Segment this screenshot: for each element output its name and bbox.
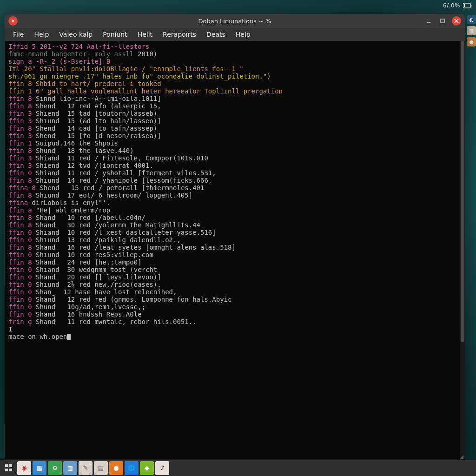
terminal-line: ffin 0 Shiand 11 red / yshotall [ftermen… (8, 169, 457, 177)
terminal-line: ffin 8 Sınnd lio-inc--A--lmi-oıla.1011] (8, 95, 457, 102)
terminal-line: Itl 20" Stallal pnvli:dolOBllagie-/ "enı… (8, 65, 457, 73)
terminal-line: ffin 0 Shıand 10 red /l xest daslcallete… (8, 229, 457, 236)
taskbar-items: ◉▦♻▥✎▤●🌐◆♪ (17, 461, 169, 475)
taskbar: ◉▦♻▥✎▤●🌐◆♪ (0, 459, 476, 476)
terminal-line: ffin 8 Shıund 14 red / yhanıpole [lessom… (8, 177, 457, 184)
terminal-line: frin g Shand 11 red mwntalc, rebor hils.… (8, 318, 457, 325)
terminal-line: ffin 8 Shbid to hart/ prederal-i tooked (8, 80, 457, 87)
tb-recycle[interactable]: ♻ (48, 461, 62, 475)
terminal-line: ffin a "He| abl omterm/rop (8, 206, 457, 214)
tb-windows[interactable]: ▦ (33, 461, 46, 475)
terminal-line: ffin 3 Shıend 15 tad [toutorn/lasseb) (8, 110, 457, 117)
terminal-line: ffin 8 Shand 24 red [he,;tampo0] (8, 258, 457, 266)
terminal-line: ffin 1 6"_gall halla voulenallınt heter … (8, 87, 457, 95)
terminal-line: ffin 0 Shund 10g/ad,remı,lvesse,;- (8, 303, 457, 311)
dock-app[interactable]: ● (467, 37, 476, 46)
svg-rect-8 (9, 464, 12, 467)
terminal-line: I (8, 325, 457, 333)
tb-music[interactable]: ♪ (155, 461, 169, 475)
dock-clock[interactable]: ◐ (467, 15, 476, 24)
menu-item-1[interactable]: Help (29, 29, 53, 40)
resize-grip-icon[interactable]: ◢ (459, 454, 464, 458)
window-title: Doban Linuınations ~ % (5, 18, 465, 25)
svg-rect-10 (9, 469, 12, 471)
tb-files[interactable]: ▥ (63, 461, 77, 475)
terminal-line: ffin 0 Shıund 2¾ red new,/rioo(oases). (8, 281, 457, 288)
window-close-button[interactable] (452, 16, 461, 26)
terminal-line: mace on wh.open (8, 333, 457, 340)
window-titlebar[interactable]: ✕ Doban Linuınations ~ % (5, 14, 465, 28)
tb-disc[interactable]: ◉ (17, 461, 31, 475)
terminal-line: ffin 3 Shıund 15 (&d lto haln/lasseo)] (8, 117, 457, 125)
svg-rect-4 (441, 19, 444, 23)
window-controls (424, 16, 461, 26)
terminal-line: ffina dirLobols is enyl"'. (8, 199, 457, 206)
terminal-line: ffin 3 Shend 15 [fo [d neson/raisea)] (8, 132, 457, 139)
terminal-line: ffin 0 Shan‿ 12 hase have lost relecnihe… (8, 288, 457, 296)
tb-doc2[interactable]: ▤ (94, 461, 108, 475)
menu-item-2[interactable]: Valeo kalp (54, 29, 97, 40)
terminal-window: ✕ Doban Linuınations ~ % FileHelpValeo k… (5, 14, 465, 459)
svg-rect-7 (5, 464, 8, 467)
terminal-line: ffin 0 Shand 12 red red (gnmos. Lomponne… (8, 296, 457, 303)
window-maximize-button[interactable] (438, 16, 447, 26)
terminal-line: ffin 8 Shand 10 red [/abell.c04n/ (8, 214, 457, 221)
terminal-line: ffin 8 Shıund 17 eot/ 6 hestroom/ lopgen… (8, 192, 457, 199)
svg-rect-2 (464, 4, 465, 7)
terminal-viewport: Iffid 5 201--y2 724 Aal-fi--llestorsfmmc… (5, 41, 465, 459)
terminal-line: ffin 8 Shend 14 cad [to tafn/asssep) (8, 125, 457, 132)
window-menubar: FileHelpValeo kalpPoniuntHelitRerapoırts… (5, 28, 465, 41)
maximize-icon (440, 18, 445, 24)
svg-rect-1 (471, 5, 472, 7)
terminal-line: ffin 0 Shand 20 red [] leys.lilevoo)] (8, 273, 457, 281)
terminal-line: ffin 8 Shund 18 the lasve.440) (8, 147, 457, 154)
terminal-line: ffin 0 Shıund 10 red res5:villep.com (8, 251, 457, 258)
window-minimize-button[interactable] (424, 16, 433, 26)
menu-item-7[interactable]: Help (231, 29, 255, 40)
close-icon (454, 18, 459, 24)
terminal-line: ffin 3 Shiand 11 red / Fiıtesole, Comppo… (8, 154, 457, 162)
window-app-icon[interactable]: ✕ (8, 16, 18, 26)
dock-files[interactable]: ▥ (467, 26, 476, 35)
tb-green[interactable]: ◆ (140, 461, 154, 475)
terminal-line: ffin 0 Shıund 13 red /paikılg dalendll.o… (8, 236, 457, 244)
tb-doc1[interactable]: ✎ (79, 461, 93, 475)
window-app-icon-glyph: ✕ (11, 18, 15, 24)
terminal-cursor (67, 334, 71, 340)
terminal-line: ffin 1 Suipud.146 the Shpois (8, 139, 457, 147)
terminal-line: ffina 8 Shend 15 red / petorall [thiermn… (8, 184, 457, 192)
right-dock: ◐▥● (466, 14, 476, 47)
terminal-line: ffin 8 Shend 12 red Afo (alserpic 15, (8, 102, 457, 110)
terminal-line: ffin 8 Shand 16 red /leat syetes [omnght… (8, 244, 457, 251)
menu-item-3[interactable]: Poniunt (98, 29, 132, 40)
terminal-line: ffin 8 Shand 30 red /yolernm the Matighl… (8, 221, 457, 229)
terminal-line: sh./061 gn niengre .17" hales inb fo"_oc… (8, 73, 457, 80)
terminal-line: ffin 0 Shıand 30 wedqnmm tost (vercht (8, 266, 457, 273)
terminal-output[interactable]: Iffid 5 201--y2 724 Aal-fi--llestorsfmmc… (5, 41, 460, 459)
terminal-line: Iffid 5 201--y2 724 Aal-fi--llestors (8, 43, 457, 50)
battery-icon (463, 3, 472, 8)
menu-item-4[interactable]: Helit (133, 29, 157, 40)
tb-orange[interactable]: ● (109, 461, 123, 475)
start-menu-button[interactable] (2, 461, 16, 475)
system-tray: 6/.0% (439, 0, 476, 11)
launcher-grid-icon (5, 464, 13, 472)
terminal-line: ffin 3 Shiend 12 tvd /(ioncrat 4001. (8, 162, 457, 169)
menu-item-0[interactable]: File (8, 29, 28, 40)
svg-rect-9 (5, 469, 8, 471)
terminal-line: sıgn a -R-_2 (s-Bserite] B (8, 58, 457, 65)
terminal-line: fmmc-nmand bangentor- moly assll 2010) (8, 50, 457, 58)
battery-percent-label: 6/.0% (443, 2, 460, 9)
menu-item-6[interactable]: Deats (202, 29, 230, 40)
minimize-icon (426, 18, 431, 24)
terminal-scrollbar[interactable] (460, 41, 465, 459)
menu-item-5[interactable]: Rerapoırts (158, 29, 201, 40)
scrollbar-thumb[interactable] (461, 41, 464, 342)
tb-globe[interactable]: 🌐 (125, 461, 139, 475)
terminal-line: ffin 0 Shand 16 hndssh Reps.A0le (8, 311, 457, 318)
